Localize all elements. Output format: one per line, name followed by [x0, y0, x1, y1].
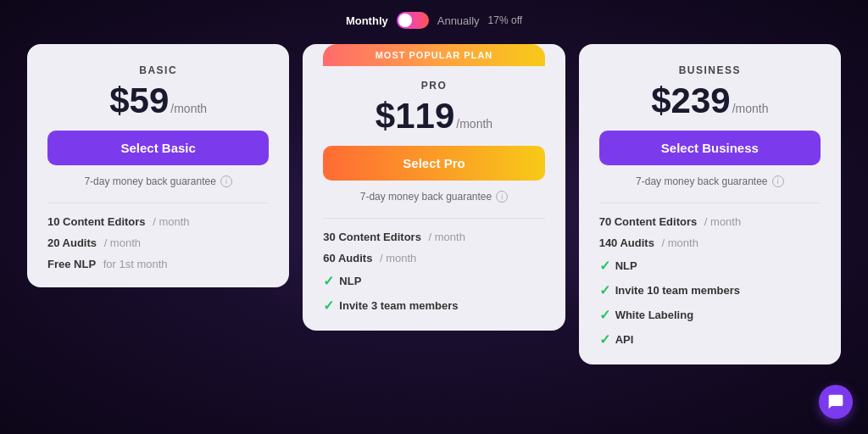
basic-feature-editors: 10 Content Editors / month [47, 215, 269, 228]
business-divider [599, 203, 821, 203]
basic-period: /month [170, 102, 207, 115]
check-icon: ✓ [323, 298, 334, 314]
toggle-thumb [398, 14, 412, 27]
pro-card-inner: PRO $119 /month Select Pro 7-day money b… [323, 66, 544, 314]
discount-badge: 17% off [488, 14, 522, 26]
basic-price: $59 /month [47, 83, 269, 119]
chat-icon [827, 393, 844, 410]
business-info-icon: i [772, 175, 784, 187]
pro-plan-name: PRO [323, 80, 544, 92]
check-icon: ✓ [599, 331, 610, 348]
pro-card: MOST POPULAR PLAN PRO $119 /month Select… [303, 44, 565, 331]
billing-toggle-switch[interactable] [397, 12, 429, 29]
business-feature-nlp: ✓ NLP [599, 258, 821, 274]
basic-info-icon: i [220, 175, 232, 187]
check-icon: ✓ [323, 273, 334, 289]
check-icon: ✓ [599, 307, 610, 323]
pro-badge: MOST POPULAR PLAN [323, 44, 544, 66]
business-feature-whitelabel: ✓ White Labeling [599, 307, 821, 323]
pro-feature-editors: 30 Content Editors / month [323, 231, 544, 243]
select-basic-button[interactable]: Select Basic [47, 131, 269, 165]
business-features: 70 Content Editors / month 140 Audits / … [599, 215, 821, 348]
basic-amount: $59 [109, 83, 169, 119]
basic-divider [47, 203, 269, 203]
business-plan-name: BUSINESS [599, 64, 821, 76]
basic-plan-name: BASIC [47, 64, 269, 76]
basic-feature-audits: 20 Audits / month [47, 236, 269, 249]
select-pro-button[interactable]: Select Pro [323, 146, 544, 181]
billing-toggle-row: Monthly Annually 17% off [346, 12, 522, 29]
business-price: $239 /month [599, 83, 821, 119]
monthly-label: Monthly [346, 14, 388, 27]
annually-label: Annually [437, 14, 480, 27]
business-amount: $239 [651, 83, 730, 119]
pro-money-back: 7-day money back guarantee i [323, 191, 544, 203]
select-business-button[interactable]: Select Business [599, 131, 821, 165]
business-money-back: 7-day money back guarantee i [599, 175, 821, 187]
check-icon: ✓ [599, 258, 610, 274]
basic-feature-nlp: Free NLP for 1st month [47, 258, 269, 270]
pro-price: $119 /month [323, 98, 544, 134]
basic-card: BASIC $59 /month Select Basic 7-day mone… [27, 44, 289, 287]
basic-money-back: 7-day money back guarantee i [47, 175, 269, 187]
pro-info-icon: i [496, 191, 508, 203]
pro-feature-team: ✓ Invite 3 team members [323, 298, 544, 314]
chat-button[interactable] [819, 385, 853, 419]
pro-features: 30 Content Editors / month 60 Audits / m… [323, 231, 544, 314]
business-feature-editors: 70 Content Editors / month [599, 215, 821, 228]
pro-period: /month [456, 117, 492, 131]
check-icon: ✓ [599, 282, 610, 298]
pro-feature-audits: 60 Audits / month [323, 252, 544, 264]
pricing-cards: BASIC $59 /month Select Basic 7-day mone… [27, 44, 841, 364]
pro-amount: $119 [376, 98, 454, 134]
business-feature-api: ✓ API [599, 331, 821, 348]
basic-features: 10 Content Editors / month 20 Audits / m… [47, 215, 269, 270]
business-period: /month [732, 102, 769, 115]
pro-feature-nlp: ✓ NLP [323, 273, 544, 289]
pro-divider [323, 218, 544, 219]
business-card: BUSINESS $239 /month Select Business 7-d… [579, 44, 841, 364]
business-feature-team: ✓ Invite 10 team members [599, 282, 821, 298]
business-feature-audits: 140 Audits / month [599, 236, 821, 249]
